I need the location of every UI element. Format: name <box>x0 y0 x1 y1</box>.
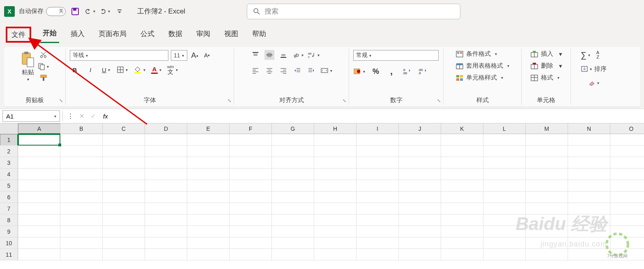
cell[interactable] <box>230 146 272 157</box>
cell[interactable] <box>610 214 644 226</box>
formula-input[interactable] <box>110 110 644 122</box>
cell[interactable] <box>145 146 187 157</box>
cancel-formula-button[interactable]: ✕ <box>77 111 87 121</box>
cell[interactable] <box>103 146 145 157</box>
cell[interactable] <box>230 191 272 203</box>
cell[interactable] <box>441 134 483 146</box>
cell[interactable] <box>187 180 230 191</box>
alignment-launcher-icon[interactable]: ⤡ <box>343 98 346 103</box>
cell[interactable] <box>483 157 526 169</box>
column-header[interactable]: A <box>18 123 60 134</box>
format-cells-button[interactable]: 格式 <box>530 74 562 82</box>
fill-button[interactable] <box>581 64 592 74</box>
column-header[interactable]: F <box>230 123 272 134</box>
clear-button[interactable] <box>581 78 607 88</box>
cell[interactable] <box>145 134 187 146</box>
cell[interactable] <box>272 203 314 214</box>
align-left-button[interactable] <box>251 66 260 75</box>
cell[interactable] <box>145 203 187 214</box>
cell[interactable] <box>483 191 526 203</box>
cell[interactable] <box>610 146 644 157</box>
cell[interactable] <box>483 226 526 237</box>
cell[interactable] <box>399 249 441 260</box>
bold-button[interactable]: B <box>70 65 80 75</box>
cell[interactable] <box>399 169 441 180</box>
cell[interactable] <box>103 180 145 191</box>
cell[interactable] <box>103 169 145 180</box>
tab-formulas[interactable]: 公式 <box>138 27 157 43</box>
redo-button[interactable] <box>99 6 110 17</box>
cell[interactable] <box>272 180 314 191</box>
cell[interactable] <box>356 203 399 214</box>
sort-filter-button[interactable]: AZ <box>593 50 603 60</box>
tab-home[interactable]: 开始 <box>40 26 59 43</box>
autosum-button[interactable]: ∑ <box>581 50 591 60</box>
cell[interactable] <box>230 203 272 214</box>
decrease-indent-button[interactable] <box>292 66 302 75</box>
row-header[interactable]: 5 <box>0 180 18 191</box>
cell[interactable] <box>18 146 60 157</box>
menu-dots-button[interactable]: ⋮ <box>65 111 75 121</box>
cell[interactable] <box>526 180 568 191</box>
cell[interactable] <box>610 134 644 146</box>
cell[interactable] <box>441 203 483 214</box>
cell[interactable] <box>187 191 230 203</box>
enter-formula-button[interactable]: ✓ <box>88 111 98 121</box>
align-right-button[interactable] <box>278 66 288 75</box>
cell[interactable] <box>399 180 441 191</box>
column-header[interactable]: O <box>610 123 644 134</box>
column-header[interactable]: I <box>356 123 399 134</box>
font-launcher-icon[interactable]: ⤡ <box>228 98 231 103</box>
cell[interactable] <box>145 249 187 260</box>
cell[interactable] <box>103 214 145 226</box>
cell[interactable] <box>314 237 356 249</box>
cell[interactable] <box>187 146 230 157</box>
cell-styles-button[interactable]: 单元格样式 <box>455 74 509 82</box>
cell[interactable] <box>18 169 60 180</box>
autosave-control[interactable]: 自动保存 关 <box>19 7 66 16</box>
cell[interactable] <box>483 237 526 249</box>
column-header[interactable]: E <box>187 123 230 134</box>
align-center-button[interactable] <box>264 66 274 75</box>
cell[interactable] <box>399 191 441 203</box>
cell[interactable] <box>187 203 230 214</box>
cell[interactable] <box>568 146 610 157</box>
wrap-text-button[interactable]: abc <box>308 50 320 60</box>
cell[interactable] <box>60 203 103 214</box>
cell[interactable] <box>483 214 526 226</box>
tab-view[interactable]: 视图 <box>222 27 241 43</box>
orientation-button[interactable]: ab <box>292 50 304 60</box>
cell[interactable] <box>441 146 483 157</box>
paste-button[interactable]: 粘贴 ▾ <box>21 51 35 82</box>
cell[interactable] <box>187 226 230 237</box>
decrease-decimal-button[interactable]: .00.0 <box>418 66 428 76</box>
column-header[interactable]: B <box>60 123 103 134</box>
cell[interactable] <box>18 226 60 237</box>
cell[interactable] <box>356 214 399 226</box>
column-header[interactable]: L <box>483 123 526 134</box>
cell[interactable] <box>568 203 610 214</box>
cell[interactable] <box>356 146 399 157</box>
cell[interactable] <box>314 146 356 157</box>
name-box[interactable]: A1▾ <box>2 110 60 122</box>
cell[interactable] <box>272 146 314 157</box>
cell[interactable] <box>568 226 610 237</box>
row-header[interactable]: 11 <box>0 249 18 260</box>
cell[interactable] <box>272 134 314 146</box>
merge-center-button[interactable] <box>320 66 332 75</box>
cell[interactable] <box>103 237 145 249</box>
insert-cells-button[interactable]: 插入 ▾ <box>530 50 562 58</box>
cell[interactable] <box>441 226 483 237</box>
copy-button[interactable] <box>38 62 49 71</box>
cell[interactable] <box>483 180 526 191</box>
row-header[interactable]: 4 <box>0 169 18 180</box>
cell[interactable] <box>399 237 441 249</box>
fx-label[interactable]: fx <box>101 113 110 120</box>
font-name-select[interactable]: 等线 <box>70 50 168 61</box>
cell[interactable] <box>441 180 483 191</box>
cell[interactable] <box>399 214 441 226</box>
cell[interactable] <box>272 226 314 237</box>
cell[interactable] <box>187 169 230 180</box>
row-header[interactable]: 7 <box>0 203 18 214</box>
cell[interactable] <box>610 249 644 260</box>
